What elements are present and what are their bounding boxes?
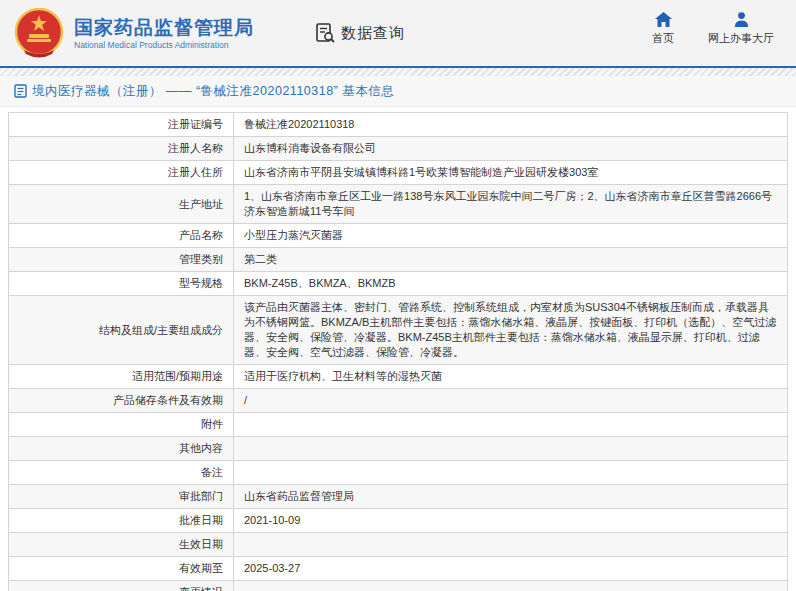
field-label: 变更情况 [9,581,234,591]
field-value: 山东省药品监督管理局 [234,485,788,509]
field-value: 鲁械注准20202110318 [234,113,788,137]
field-value: 山东省济南市平阴县安城镇博科路1号欧莱博智能制造产业园研发楼303室 [234,161,788,185]
service-hall-label: 网上办事大厅 [708,31,774,46]
home-nav[interactable]: 首页 [652,12,674,46]
header-right-nav: 首页 网上办事大厅 [652,12,774,46]
field-label: 注册证编号 [9,113,234,137]
field-value: 适用于医疗机构、卫生材料等的湿热灭菌 [234,365,788,389]
field-value: BKM-Z45B、BKMZA、BKMZB [234,272,788,296]
field-label: 有效期至 [9,557,234,581]
data-query-nav[interactable]: 数据查询 [314,22,405,44]
data-query-label: 数据查询 [341,24,405,43]
field-label: 管理类别 [9,248,234,272]
table-row: 注册人住所山东省济南市平阴县安城镇博科路1号欧莱博智能制造产业园研发楼303室 [9,161,788,185]
field-label: 其他内容 [9,437,234,461]
table-row: 生效日期 [9,533,788,557]
table-row: 批准日期2021-10-09 [9,509,788,533]
table-row: 产品名称小型压力蒸汽灭菌器 [9,224,788,248]
field-value [234,581,788,591]
person-icon [734,12,749,27]
table-row: 管理类别第二类 [9,248,788,272]
field-label: 注册人名称 [9,137,234,161]
breadcrumb-text: 境内医疗器械（注册） —— “鲁械注准20202110318” 基本信息 [32,83,394,100]
registration-info-table-wrap: 注册证编号鲁械注准20202110318注册人名称山东博科消毒设备有限公司注册人… [8,112,788,591]
field-label: 附件 [9,413,234,437]
org-names: 国家药品监督管理局 National Medical Products Admi… [74,16,254,51]
field-value: 第二类 [234,248,788,272]
service-hall-nav[interactable]: 网上办事大厅 [708,12,774,46]
field-label: 生效日期 [9,533,234,557]
table-row: 备注 [9,461,788,485]
field-value: 小型压力蒸汽灭菌器 [234,224,788,248]
field-value: 2025-03-27 [234,557,788,581]
field-label: 产品名称 [9,224,234,248]
document-icon [14,84,27,98]
table-row: 产品储存条件及有效期/ [9,389,788,413]
field-value [234,413,788,437]
org-name-cn: 国家药品监督管理局 [74,16,254,39]
table-row: 结构及组成/主要组成成分该产品由灭菌器主体、密封门、管路系统、控制系统组成，内室… [9,296,788,365]
field-label: 生产地址 [9,185,234,224]
field-value: / [234,389,788,413]
field-label: 注册人住所 [9,161,234,185]
home-label: 首页 [652,31,674,46]
national-emblem-icon [14,8,64,58]
breadcrumb: 境内医疗器械（注册） —— “鲁械注准20202110318” 基本信息 [0,76,796,107]
site-header: 国家药品监督管理局 National Medical Products Admi… [0,0,796,68]
table-row: 其他内容 [9,437,788,461]
field-label: 结构及组成/主要组成成分 [9,296,234,365]
field-value: 1、山东省济南市章丘区工业一路138号东风工业园东院中间二号厂房；2、山东省济南… [234,185,788,224]
table-row: 适用范围/预期用途适用于医疗机构、卫生材料等的湿热灭菌 [9,365,788,389]
field-value: 山东博科消毒设备有限公司 [234,137,788,161]
field-label: 适用范围/预期用途 [9,365,234,389]
table-row: 变更情况 [9,581,788,591]
table-row: 注册证编号鲁械注准20202110318 [9,113,788,137]
field-label: 备注 [9,461,234,485]
field-value [234,437,788,461]
field-label: 批准日期 [9,509,234,533]
table-row: 注册人名称山东博科消毒设备有限公司 [9,137,788,161]
field-label: 审批部门 [9,485,234,509]
striped-divider [0,68,796,76]
table-row: 附件 [9,413,788,437]
table-row: 型号规格BKM-Z45B、BKMZA、BKMZB [9,272,788,296]
field-label: 产品储存条件及有效期 [9,389,234,413]
field-value: 该产品由灭菌器主体、密封门、管路系统、控制系统组成，内室材质为SUS304不锈钢… [234,296,788,365]
field-label: 型号规格 [9,272,234,296]
field-value [234,461,788,485]
data-query-icon [314,22,336,44]
registration-info-table: 注册证编号鲁械注准20202110318注册人名称山东博科消毒设备有限公司注册人… [8,112,788,591]
table-row: 有效期至2025-03-27 [9,557,788,581]
home-icon [655,12,672,27]
table-row: 审批部门山东省药品监督管理局 [9,485,788,509]
field-value: 2021-10-09 [234,509,788,533]
table-row: 生产地址1、山东省济南市章丘区工业一路138号东风工业园东院中间二号厂房；2、山… [9,185,788,224]
org-name-en: National Medical Products Administration [74,39,254,51]
field-value [234,533,788,557]
